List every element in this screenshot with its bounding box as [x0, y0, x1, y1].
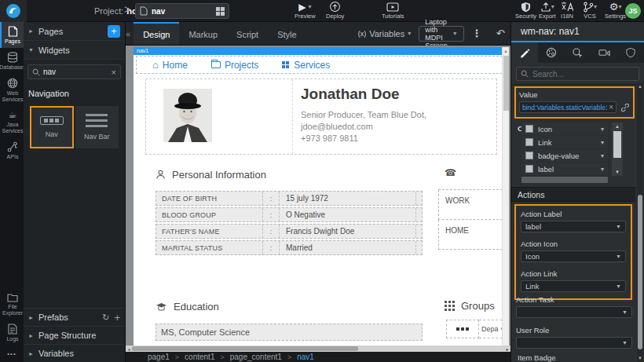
tab-device[interactable] [591, 42, 617, 63]
tab-styles[interactable] [538, 42, 565, 63]
section-prefabs[interactable]: ► Prefabs ↻ + [24, 308, 125, 326]
page-vertical-scrollbar[interactable]: ▲ [502, 47, 509, 346]
sidebar-item-java-services[interactable]: ☕ Java Services [0, 106, 24, 137]
value-bind-input[interactable] [522, 104, 607, 112]
contact-panel[interactable]: ☎ WORK HOME [438, 161, 509, 250]
order-list-scrollbar[interactable]: ▲ ▼ [612, 122, 623, 176]
table-row[interactable]: DATE OF BIRTH : 15 july 1972 [156, 191, 423, 206]
settings-button[interactable]: ⚙ ▾ Settings [605, 2, 626, 20]
order-by-item-icon[interactable]: Icon ▾ [521, 122, 608, 135]
variables-dropdown[interactable]: (x) Variables ▾ [358, 22, 412, 45]
wavemaker-logo[interactable] [0, 0, 27, 22]
scroll-right-icon[interactable]: ▸ [504, 346, 510, 352]
nav-item-home[interactable]: ⌂ Home [152, 60, 188, 71]
clear-search-icon[interactable]: × [112, 68, 116, 77]
chevron-down-icon[interactable]: ▾ [601, 166, 604, 173]
order-by-item-partial[interactable] [521, 177, 608, 183]
section-widgets[interactable]: ▼ Widgets [24, 41, 125, 60]
sidebar-item-pages[interactable]: Pages [0, 22, 24, 48]
widget-search-input[interactable] [43, 68, 108, 76]
undo-icon[interactable]: ↶ [496, 27, 505, 39]
inspector-scrollbar[interactable]: ▲ ▼ [637, 82, 643, 362]
table-row[interactable]: FATHER'S NAME : Francis Dwight Doe [156, 224, 423, 239]
chevron-down-icon[interactable]: ▾ [601, 126, 604, 133]
breadcrumb-page1[interactable]: page1 [148, 353, 170, 361]
add-page-button[interactable]: + [108, 25, 120, 38]
scrollbar-thumb[interactable] [613, 131, 621, 158]
widget-search-box[interactable]: × [27, 64, 121, 79]
sidebar-item-web-services[interactable]: Web Services [0, 74, 24, 106]
section-variables[interactable]: ► Variables [24, 344, 125, 362]
sidebar-item-databases[interactable]: Databases [0, 48, 24, 74]
preview-button[interactable]: ▶ ▾ Preview [295, 2, 316, 20]
section-page-structure[interactable]: ► Page Structure [24, 326, 125, 344]
tab-events[interactable] [565, 42, 591, 63]
action-link-select[interactable]: Link ▼ [521, 280, 626, 292]
scroll-down-icon[interactable]: ▼ [612, 168, 623, 176]
action-label-select[interactable]: label ▼ [521, 221, 626, 232]
widget-tile-nav[interactable]: Nav [30, 106, 74, 148]
checkbox[interactable] [525, 165, 533, 173]
collapse-panel-icon[interactable]: « [126, 22, 130, 45]
breadcrumb-page-content1[interactable]: page_content1 [230, 353, 282, 361]
checkbox[interactable] [525, 125, 533, 133]
personal-info-panel[interactable]: Personal Information DATE OF BIRTH : 15 … [145, 161, 430, 257]
tab-properties[interactable] [511, 42, 538, 63]
widget-tile-nav-bar[interactable]: Nav Bar [75, 106, 119, 148]
nav-item-projects[interactable]: Projects [211, 60, 258, 71]
value-input-wrap[interactable]: × [519, 101, 617, 113]
contact-row-work[interactable]: WORK [438, 190, 509, 220]
sidebar-item-logs[interactable]: Logs [0, 320, 24, 346]
checkbox[interactable] [525, 152, 533, 159]
selected-widget-tag[interactable]: nav1 [134, 47, 509, 55]
scrollbar-thumb[interactable] [503, 56, 509, 111]
scrollbar-thumb[interactable] [638, 195, 642, 349]
groups-panel[interactable]: Groups Depa ▾ [438, 292, 509, 338]
action-task-select[interactable]: ▼ [516, 306, 632, 318]
order-by-item-link[interactable]: Link ▾ [521, 136, 608, 148]
scroll-up-icon[interactable]: ▲ [503, 47, 509, 55]
chevron-down-icon[interactable]: ▾ [601, 139, 604, 146]
page-preview[interactable]: nav1 ⌂ Home Projects Services [134, 47, 509, 346]
tab-markup[interactable]: Markup [179, 22, 227, 45]
security-button[interactable]: Security [515, 2, 536, 20]
user-role-select[interactable]: ▼ [516, 337, 632, 349]
bind-link-icon[interactable] [620, 103, 630, 112]
scrollbar-thumb[interactable] [132, 346, 358, 351]
table-row[interactable]: MARITAL STATUS : Married [156, 240, 423, 255]
export-button[interactable]: ▾ Export [539, 2, 556, 20]
nav-item-services[interactable]: Services [282, 60, 330, 71]
deploy-button[interactable]: Deploy [326, 2, 344, 20]
kebab-menu-icon[interactable]: ⋮ [472, 27, 482, 39]
canvas-horizontal-scrollbar[interactable]: ◂ ▸ [126, 346, 510, 352]
action-icon-select[interactable]: Icon ▼ [521, 250, 626, 262]
table-row[interactable]: BLOOD GROUP : O Negative [156, 207, 423, 222]
education-panel[interactable]: Education MS, Computer Science [145, 294, 430, 341]
page-search-input[interactable] [152, 7, 212, 16]
breadcrumb-nav1[interactable]: nav1 [297, 353, 314, 361]
page-selector[interactable] [135, 3, 229, 19]
scroll-up-icon[interactable]: ▲ [637, 82, 643, 90]
order-by-item-label[interactable]: label ▾ [521, 163, 608, 175]
groups-dots-cell[interactable] [446, 320, 479, 338]
add-prefab-icon[interactable]: + [114, 312, 120, 324]
profile-photo-cell[interactable] [146, 79, 293, 154]
sidebar-item-file-explorer[interactable]: File Explorer [0, 289, 24, 320]
profile-panel[interactable]: Jonathan Doe Senior Producer, Team Blue … [145, 79, 497, 155]
nav-widget[interactable]: ⌂ Home Projects Services [135, 55, 507, 75]
scroll-down-icon[interactable]: ▼ [637, 354, 643, 362]
contact-row-home[interactable]: HOME [438, 220, 509, 250]
section-pages[interactable]: ► Pages + [24, 22, 125, 41]
user-avatar[interactable]: JS [625, 3, 641, 19]
breadcrumb-content1[interactable]: content1 [185, 353, 214, 361]
scroll-left-icon[interactable]: ◂ [126, 346, 132, 352]
tab-design[interactable]: Design [134, 22, 179, 45]
device-selector[interactable]: Laptop with MDPI Screen ▼ [419, 26, 463, 42]
tab-security[interactable] [617, 42, 644, 63]
widget-grid-icon[interactable] [216, 7, 225, 16]
tab-style[interactable]: Style [268, 22, 306, 45]
tab-script[interactable]: Script [227, 22, 268, 45]
clear-value-icon[interactable]: × [609, 104, 613, 112]
checkbox[interactable] [525, 138, 533, 146]
refresh-prefabs-icon[interactable]: ↻ [102, 313, 109, 323]
